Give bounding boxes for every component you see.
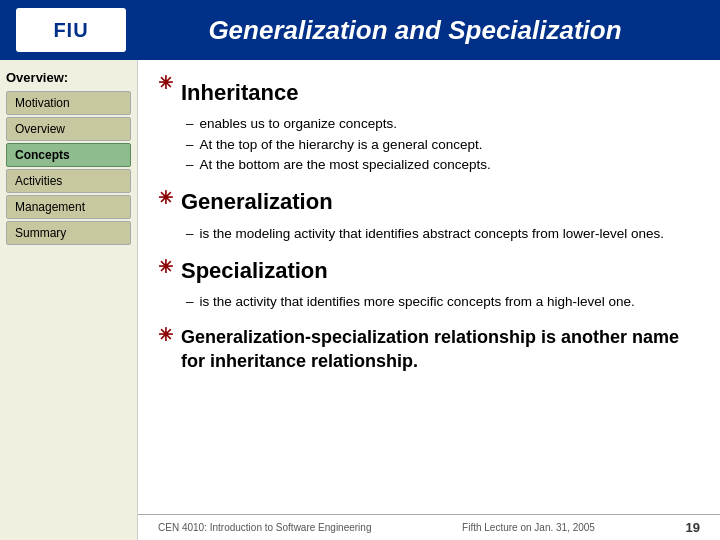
- sub-bullet-inheritance-3: – At the bottom are the most specialized…: [186, 155, 700, 175]
- inheritance-sub-bullets: – enables us to organize concepts. – At …: [186, 114, 700, 175]
- generalization-heading: Generalization: [181, 189, 333, 215]
- footer-course: CEN 4010: Introduction to Software Engin…: [158, 522, 371, 533]
- bullet-star-1: ✳: [158, 72, 173, 94]
- sub-bullet-inheritance-2: – At the top of the hierarchy is a gener…: [186, 135, 700, 155]
- generalization-section: ✳ Generalization – is the modeling activ…: [158, 189, 700, 244]
- sidebar-section-label: Overview:: [6, 70, 131, 85]
- sub-bullet-generalization-1: – is the modeling activity that identifi…: [186, 224, 700, 244]
- gs-relationship-section: ✳ Generalization-specialization relation…: [158, 326, 700, 373]
- sidebar-item-management[interactable]: Management: [6, 195, 131, 219]
- main-layout: Overview: Motivation Overview Concepts A…: [0, 60, 720, 540]
- sidebar: Overview: Motivation Overview Concepts A…: [0, 60, 138, 540]
- sidebar-item-activities[interactable]: Activities: [6, 169, 131, 193]
- slide-number: 19: [686, 520, 700, 535]
- specialization-section: ✳ Specialization – is the activity that …: [158, 258, 700, 313]
- sub-bullet-specialization-1: – is the activity that identifies more s…: [186, 292, 700, 312]
- sidebar-item-concepts[interactable]: Concepts: [6, 143, 131, 167]
- header-title: Generalization and Specialization: [126, 15, 704, 46]
- inheritance-section: ✳ Inheritance – enables us to organize c…: [158, 74, 700, 175]
- inheritance-heading: Inheritance: [181, 80, 298, 106]
- footer: CEN 4010: Introduction to Software Engin…: [138, 514, 720, 540]
- sidebar-item-overview[interactable]: Overview: [6, 117, 131, 141]
- sidebar-item-summary[interactable]: Summary: [6, 221, 131, 245]
- header: FIU Generalization and Specialization: [0, 0, 720, 60]
- sub-bullet-inheritance-1: – enables us to organize concepts.: [186, 114, 700, 134]
- fiu-logo: FIU: [16, 8, 126, 52]
- bullet-star-4: ✳: [158, 324, 173, 346]
- bullet-star-3: ✳: [158, 256, 173, 278]
- footer-lecture: Fifth Lecture on Jan. 31, 2005: [462, 522, 595, 533]
- logo-area: FIU: [16, 8, 126, 52]
- bullet-star-2: ✳: [158, 187, 173, 209]
- generalization-sub-bullets: – is the modeling activity that identifi…: [186, 224, 700, 244]
- specialization-sub-bullets: – is the activity that identifies more s…: [186, 292, 700, 312]
- sidebar-item-motivation[interactable]: Motivation: [6, 91, 131, 115]
- content-area: ✳ Inheritance – enables us to organize c…: [138, 60, 720, 514]
- gs-relationship-heading: Generalization-specialization relationsh…: [181, 326, 700, 373]
- specialization-heading: Specialization: [181, 258, 328, 284]
